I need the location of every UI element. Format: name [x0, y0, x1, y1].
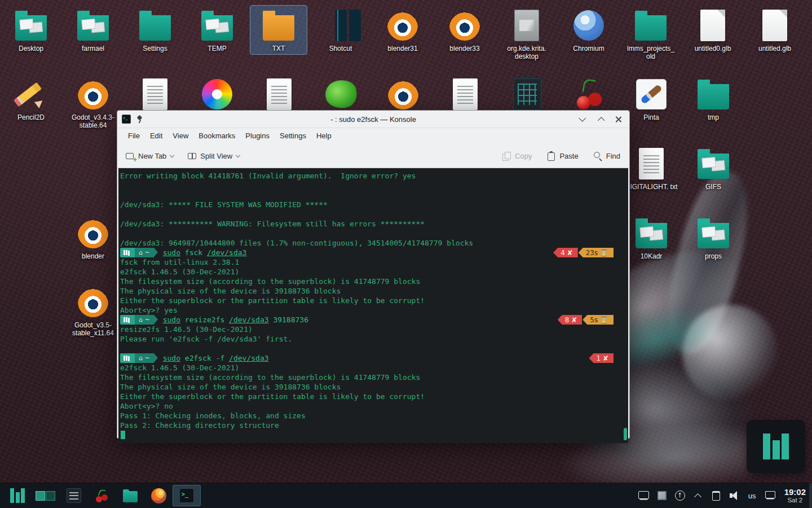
new-tab-button[interactable]: New Tab [125, 151, 174, 161]
close-button[interactable] [612, 113, 625, 125]
toolbar-right-group: Copy Paste Find [502, 151, 620, 161]
desktop-icon-desktop[interactable]: Desktop [3, 6, 59, 54]
maximize-button[interactable] [594, 113, 607, 125]
desktop[interactable]: DesktopfarmaelSettingsTEMPTXTShotcutblen… [0, 0, 812, 508]
tray-volume-icon[interactable] [726, 487, 743, 504]
folder-images-icon [75, 7, 111, 43]
menu-edit[interactable]: Edit [145, 128, 167, 144]
clock-date: Sat 2 [787, 497, 802, 504]
pinta-icon [633, 76, 669, 112]
exit-status-badge: 4 ✘ [553, 248, 578, 257]
taskbar-item-cherrytree[interactable] [88, 485, 116, 506]
desktop-icon-document-c[interactable] [437, 75, 493, 115]
menu-plugins[interactable]: Plugins [240, 128, 275, 144]
shell-prompt: ⌂ ~ [120, 315, 158, 325]
tray-updates-icon[interactable] [672, 487, 689, 504]
menu-file[interactable]: File [123, 128, 145, 144]
menu-bookmarks[interactable]: Bookmarks [193, 128, 240, 144]
tray-keyboard-layout-icon[interactable]: us [744, 487, 761, 504]
prompt-path-segment: ⌂ ~ [135, 353, 154, 363]
window-buttons [576, 113, 625, 125]
menu-settings[interactable]: Settings [275, 128, 311, 144]
desktop-icon-pencil2d[interactable]: Pencil2D [3, 75, 59, 123]
copy-button[interactable]: Copy [502, 151, 532, 161]
menu-view[interactable]: View [167, 128, 193, 144]
desktop-icon-shotcut[interactable]: Shotcut [312, 6, 369, 54]
desktop-icon-settings[interactable]: Settings [127, 6, 183, 54]
desktop-icon-tmp[interactable]: tmp [685, 75, 742, 123]
desktop-icon-farmael[interactable]: farmael [65, 6, 121, 54]
desktop-icon-props[interactable]: props [685, 213, 742, 262]
desktop-icon-dark-grid-app[interactable] [499, 75, 555, 115]
taskbar-item-konsole[interactable] [173, 485, 201, 506]
titlebar[interactable]: - : sudo e2fsck — Konsole [117, 111, 629, 128]
terminal-output-line: Abort<y>? yes [120, 305, 628, 315]
find-button[interactable]: Find [593, 151, 620, 161]
blender-icon [75, 76, 111, 112]
desktop-icon-digitalight-txt[interactable]: DIGITALIGHT. txt [623, 144, 679, 192]
desktop-icon-document-b[interactable] [251, 75, 307, 115]
desktop-icon-blender[interactable]: blender [65, 213, 121, 262]
duration-badge: 5s ⌛ [582, 315, 614, 325]
desktop-icon-txt[interactable]: TXT [250, 6, 307, 54]
manjaro-logo-widget[interactable] [747, 420, 805, 473]
desktop-icon-lmms-projects-old[interactable]: lmms_projects_ old [623, 6, 679, 62]
cherries-icon [571, 76, 607, 112]
desktop-icon-10kadr[interactable]: 10Kadr [623, 213, 679, 262]
taskbar-item-window-list[interactable] [60, 485, 88, 506]
paste-label: Paste [559, 152, 578, 160]
terminal-output-line: /dev/sda3: ********** WARNING: Filesyste… [120, 219, 628, 229]
desktop-icon-blender31[interactable]: blender31 [374, 6, 431, 54]
minimize-button[interactable] [576, 113, 589, 125]
desktop-icon-blender-2[interactable] [375, 75, 431, 115]
desktop-icon-temp[interactable]: TEMP [189, 6, 245, 54]
terminal[interactable]: Error writing block 41418761 (Invalid ar… [118, 168, 628, 443]
desktop-icon-chromium[interactable]: Chromium [561, 6, 617, 54]
terminal-output-line: Pass 2: Checking directory structure [120, 421, 628, 430]
desktop-icon-green-app[interactable] [313, 75, 369, 115]
desktop-icon-pinta[interactable]: Pinta [623, 75, 679, 123]
desktop-icon-untitled-glb[interactable]: untitled.glb [747, 6, 803, 54]
command-part: e2fsck -f [180, 354, 229, 362]
show-desktop-button[interactable] [809, 483, 812, 508]
tray-network-icon[interactable] [762, 487, 779, 504]
split-view-label: Split View [200, 152, 232, 160]
paste-button[interactable]: Paste [546, 151, 578, 161]
desktop-icon-godot-v3-4-3[interactable]: Godot_v3.4.3- stable.64 [65, 75, 121, 131]
desktop-icon-godot-v3-5[interactable]: Godot_v3.5- stable_x11.64 [65, 282, 121, 339]
terminal-output-line: resize2fs 1.46.5 (30-Dec-2021) [120, 325, 628, 334]
clock-time: 19:02 [784, 488, 806, 497]
desktop-icon-blender33[interactable]: blender33 [436, 6, 493, 54]
copy-label: Copy [515, 152, 532, 160]
textfile-icon [261, 76, 297, 112]
desktop-icon-document-a[interactable] [127, 75, 183, 115]
desktop-icon-cherries[interactable] [561, 75, 617, 115]
split-view-button[interactable]: Split View [187, 151, 240, 161]
desktop-icon-untitled0-glb[interactable]: untitled0.glb [685, 6, 741, 54]
scrollbar-handle[interactable] [624, 428, 627, 440]
menu-help[interactable]: Help [311, 128, 337, 144]
command-part: sudo [163, 354, 180, 362]
desktop-icon-label: GIFS [705, 183, 721, 191]
tray-app-indicator-icon[interactable] [654, 487, 670, 504]
desktop-icon-gifs[interactable]: GIFS [685, 144, 742, 192]
taskbar-item-firefox[interactable] [144, 485, 173, 506]
wheel-icon [199, 76, 235, 112]
taskbar-item-pager[interactable] [32, 485, 60, 506]
terminal-output-line: /dev/sda3: ***** FILE SYSTEM WAS MODIFIE… [120, 200, 628, 209]
terminal-output-line [120, 229, 628, 238]
tray-expand-tray-icon[interactable] [690, 487, 707, 504]
file-icon [695, 7, 731, 43]
terminal-output-line: Either the superblock or the partition t… [120, 392, 628, 401]
desktop-icon-label: Pencil2D [17, 113, 45, 121]
pin-icon[interactable] [136, 115, 143, 124]
taskbar-item-dolphin[interactable] [116, 485, 144, 506]
desktop-icon-org-kde-krita-desktop[interactable]: org.kde.krita. desktop [498, 6, 555, 62]
clock[interactable]: 19:02 Sat 2 [784, 488, 806, 504]
desktop-icon-label: Godot_v3.5- stable_x11.64 [65, 321, 121, 337]
tray-display-icon[interactable] [636, 487, 652, 504]
command-part: /dev/sda3 [229, 316, 268, 324]
taskbar-item-application-menu[interactable] [3, 485, 32, 506]
tray-clipboard-icon[interactable] [708, 487, 725, 504]
desktop-icon-color-wheel[interactable] [189, 75, 245, 115]
